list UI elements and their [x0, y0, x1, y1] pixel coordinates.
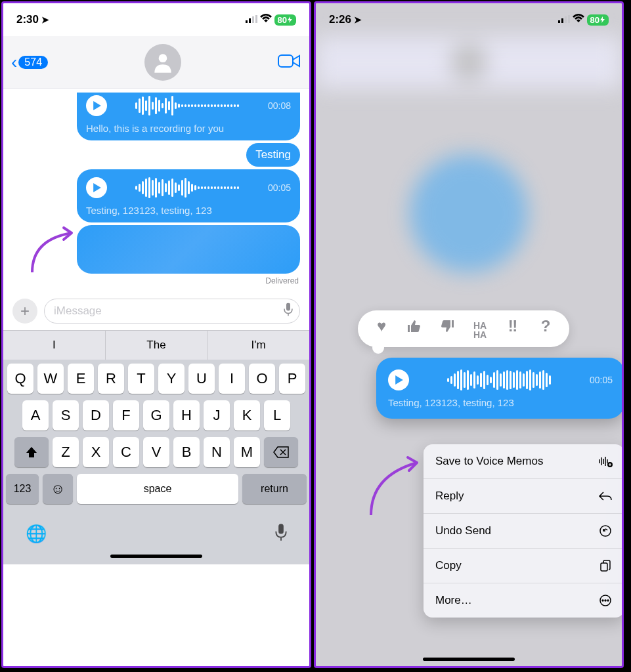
more-icon: [598, 593, 613, 608]
svg-rect-9: [561, 18, 563, 23]
key-u[interactable]: U: [188, 364, 215, 394]
tapback-haha[interactable]: HAHA: [469, 318, 490, 339]
phone-right: 2:26 ➤ 80 ♥ HAHA ‼ ? 00:05: [314, 1, 624, 668]
menu-save-voice-memos[interactable]: Save to Voice Memos: [424, 444, 624, 479]
menu-undo-send[interactable]: Undo Send: [424, 514, 624, 549]
key-i[interactable]: I: [219, 364, 245, 394]
voice-message-1[interactable]: 00:08 Hello, this is a recording for you: [77, 93, 300, 140]
battery-indicator: 80: [274, 14, 296, 26]
svg-rect-7: [278, 524, 284, 534]
key-e[interactable]: E: [68, 364, 94, 394]
copy-icon: [598, 558, 613, 573]
phone-left: 2:30 ➤ 80 ‹ 574: [1, 1, 311, 668]
facetime-button[interactable]: [278, 53, 301, 72]
mic-icon[interactable]: [275, 524, 287, 545]
key-q[interactable]: Q: [7, 364, 33, 394]
globe-icon[interactable]: 🌐: [26, 524, 47, 545]
menu-more[interactable]: More…: [424, 583, 624, 618]
menu-reply[interactable]: Reply: [424, 479, 624, 514]
context-menu: Save to Voice Memos Reply Undo Send Copy…: [424, 444, 624, 618]
unread-badge: 574: [18, 56, 48, 69]
backspace-key[interactable]: [264, 437, 298, 467]
undo-icon: [598, 524, 613, 538]
tapback-heart[interactable]: ♥: [371, 318, 392, 339]
key-x[interactable]: X: [83, 437, 109, 467]
duration: 00:05: [590, 375, 613, 385]
key-a[interactable]: A: [22, 400, 49, 430]
svg-rect-10: [565, 16, 567, 23]
key-v[interactable]: V: [143, 437, 169, 467]
chevron-left-icon: ‹: [11, 52, 17, 73]
key-d[interactable]: D: [83, 400, 109, 430]
shift-key[interactable]: [14, 437, 49, 467]
play-icon[interactable]: [86, 95, 107, 116]
keyboard: QWERTYUIOP ASDFGHJKL ZXCVBNM 123 ☺ space…: [3, 360, 309, 564]
redacted-message[interactable]: [77, 225, 300, 274]
placeholder-text: iMessage: [54, 304, 102, 317]
status-time: 2:26: [329, 13, 351, 26]
key-w[interactable]: W: [37, 364, 64, 394]
plus-button[interactable]: +: [12, 299, 37, 324]
key-c[interactable]: C: [113, 437, 139, 467]
tapback-thumbsup[interactable]: [404, 318, 425, 339]
reply-icon: [598, 489, 613, 503]
key-s[interactable]: S: [53, 400, 79, 430]
suggestion-2[interactable]: The: [106, 331, 208, 360]
key-g[interactable]: G: [143, 400, 169, 430]
location-icon: ➤: [41, 14, 49, 25]
voice-message-2[interactable]: 00:05 Testing, 123123, testing, 123: [77, 169, 300, 222]
voice-caption: Testing, 123123, testing, 123: [388, 397, 613, 408]
contact-avatar[interactable]: [144, 44, 181, 81]
suggestion-3[interactable]: I'm: [207, 331, 309, 360]
key-l[interactable]: L: [264, 400, 290, 430]
key-m[interactable]: M: [234, 437, 260, 467]
key-r[interactable]: R: [98, 364, 124, 394]
menu-copy[interactable]: Copy: [424, 549, 624, 583]
key-b[interactable]: B: [173, 437, 200, 467]
delivered-status: Delivered: [12, 276, 300, 285]
key-h[interactable]: H: [173, 400, 200, 430]
waveform: [114, 176, 261, 200]
svg-rect-11: [568, 15, 570, 23]
message-input[interactable]: iMessage: [44, 299, 300, 324]
focused-voice-message[interactable]: 00:05 Testing, 123123, testing, 123: [376, 358, 624, 419]
emoji-key[interactable]: ☺: [43, 474, 73, 504]
dictate-icon[interactable]: [284, 303, 293, 320]
menu-label: Save to Voice Memos: [435, 455, 543, 468]
key-f[interactable]: F: [113, 400, 139, 430]
svg-rect-6: [286, 303, 290, 311]
menu-label: More…: [435, 594, 472, 607]
svg-rect-2: [252, 16, 254, 23]
key-n[interactable]: N: [204, 437, 230, 467]
text-message[interactable]: Testing: [246, 143, 300, 167]
play-icon[interactable]: [388, 369, 409, 390]
tapback-thumbsdown[interactable]: [437, 318, 458, 339]
key-y[interactable]: Y: [158, 364, 185, 394]
back-button[interactable]: ‹ 574: [11, 52, 48, 73]
svg-point-4: [159, 54, 167, 62]
key-j[interactable]: J: [204, 400, 230, 430]
key-p[interactable]: P: [279, 364, 305, 394]
play-icon[interactable]: [86, 177, 107, 198]
svg-rect-19: [601, 563, 607, 571]
suggestion-1[interactable]: I: [3, 331, 106, 360]
signal-icon: [558, 13, 570, 26]
space-key[interactable]: space: [77, 474, 238, 504]
svg-rect-1: [249, 18, 251, 23]
tapback-exclaim[interactable]: ‼: [502, 318, 523, 339]
key-t[interactable]: T: [128, 364, 154, 394]
key-o[interactable]: O: [249, 364, 275, 394]
key-z[interactable]: Z: [53, 437, 79, 467]
home-indicator[interactable]: [423, 658, 515, 661]
key-k[interactable]: K: [234, 400, 260, 430]
status-bar: 2:30 ➤ 80: [3, 3, 309, 36]
home-indicator[interactable]: [110, 555, 202, 558]
tapback-question[interactable]: ?: [535, 318, 556, 339]
svg-point-22: [605, 600, 606, 601]
status-bar: 2:26 ➤ 80: [316, 3, 622, 36]
duration: 00:08: [268, 100, 291, 111]
return-key[interactable]: return: [242, 474, 307, 504]
number-key[interactable]: 123: [6, 474, 39, 504]
status-time: 2:30: [16, 13, 39, 26]
menu-label: Reply: [435, 490, 464, 503]
